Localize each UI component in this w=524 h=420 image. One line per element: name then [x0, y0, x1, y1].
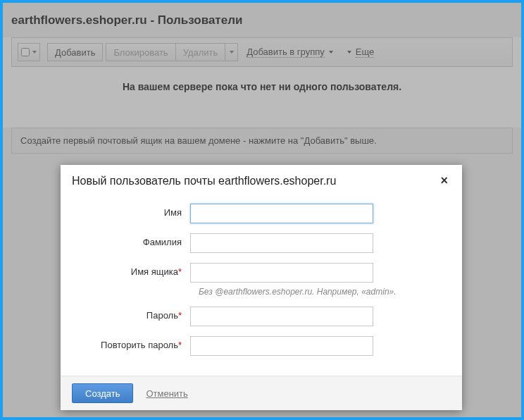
password-input[interactable]: [190, 307, 373, 326]
mailbox-input[interactable]: [190, 263, 373, 283]
password-confirm-input[interactable]: [190, 336, 373, 356]
create-button[interactable]: Создать: [72, 383, 133, 403]
mailbox-label: Имя ящика*: [77, 263, 190, 277]
first-name-input[interactable]: [190, 204, 373, 223]
dialog-title: Новый пользователь почты earthflowers.es…: [72, 175, 336, 187]
password-label: Пароль*: [77, 307, 190, 321]
cancel-link[interactable]: Отменить: [146, 388, 187, 399]
first-name-label: Имя: [77, 204, 190, 218]
new-user-dialog: Новый пользователь почты earthflowers.es…: [61, 165, 462, 410]
last-name-label: Фамилия: [77, 233, 190, 247]
mailbox-hint: Без @earthflowers.eshoper.ru. Например, …: [199, 287, 445, 297]
password-confirm-label: Повторить пароль*: [77, 336, 190, 350]
close-icon[interactable]: ×: [437, 173, 451, 188]
last-name-input[interactable]: [190, 233, 373, 253]
